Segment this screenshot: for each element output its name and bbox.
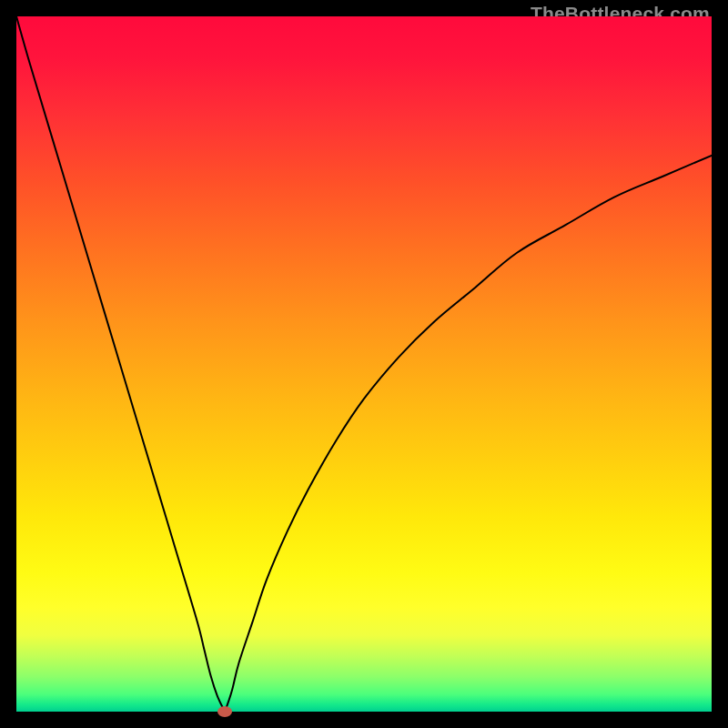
plot-area xyxy=(16,16,712,712)
bottleneck-curve xyxy=(16,16,712,712)
minimum-marker xyxy=(217,706,232,717)
chart-container: TheBottleneck.com xyxy=(0,0,728,728)
